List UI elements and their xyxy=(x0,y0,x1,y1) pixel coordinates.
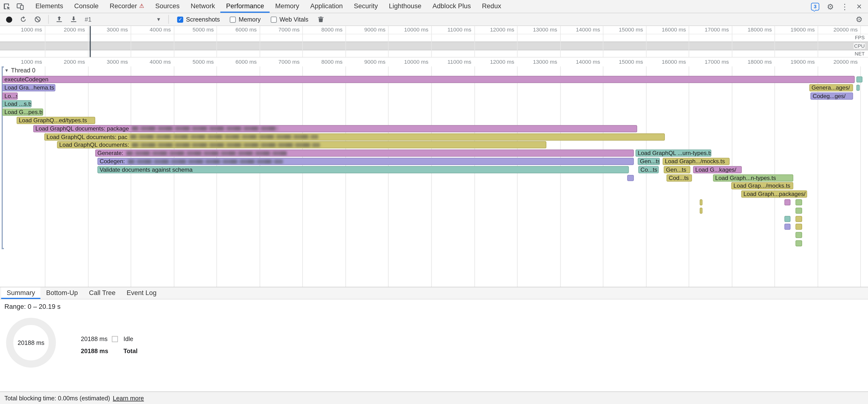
overview-playhead[interactable] xyxy=(90,26,91,57)
flame-event-codeg-ges[interactable]: Codeg...ges/ xyxy=(810,92,853,99)
overview-tick-label: 15000 ms xyxy=(610,27,643,33)
overview-tick-label: 6000 ms xyxy=(223,27,257,33)
flame-event-load-graph-mocks-ts[interactable]: Load Graph.../mocks.ts xyxy=(662,158,730,165)
cpu-lane-label: CPU xyxy=(854,43,865,49)
learn-more-link[interactable]: Learn more xyxy=(113,395,144,401)
flame-event-gen-ts[interactable]: Gen...ts xyxy=(664,166,690,173)
reload-and-record-button[interactable] xyxy=(17,13,30,26)
flame-event-load-g-pes-ts[interactable]: Load G...pes.ts xyxy=(2,108,43,116)
summary-legend: 20188 ms Idle 20188 ms Total xyxy=(81,333,137,357)
load-profile-icon[interactable] xyxy=(53,13,66,26)
detail-tab-bottom-up[interactable]: Bottom-Up xyxy=(41,287,84,299)
flame-event-genera-ages[interactable]: Genera...ages/ xyxy=(809,84,853,91)
thread-header[interactable]: ▼ Thread 0 xyxy=(4,67,35,74)
screenshots-checkbox[interactable]: Screenshots xyxy=(177,16,220,23)
tab-lighthouse[interactable]: Lighthouse xyxy=(383,0,427,13)
flame-event-validate-documents-against-schema[interactable]: Validate documents against schema xyxy=(97,166,629,173)
flame-event-load-graphq-ed-types-ts[interactable]: Load GraphQ...ed/types.ts xyxy=(17,117,95,124)
tab-elements[interactable]: Elements xyxy=(30,0,68,13)
flame-event-event[interactable] xyxy=(796,216,802,222)
flame-event-load-gra-hema-ts[interactable]: Load Gra...hema.ts xyxy=(2,84,55,91)
redacted-text xyxy=(132,143,320,147)
flame-event-load-graphql-documents-package[interactable]: Load GraphQL documents: package xyxy=(33,125,637,132)
flame-event-event[interactable] xyxy=(700,208,702,214)
tab-performance[interactable]: Performance xyxy=(221,0,270,13)
flame-event-event[interactable] xyxy=(700,199,702,206)
collapse-triangle-icon: ▼ xyxy=(4,68,9,73)
detail-tab-call-tree[interactable]: Call Tree xyxy=(83,287,121,299)
flame-event-gen-ts[interactable]: Gen...ts xyxy=(638,158,660,165)
donut-total-label: 20188 ms xyxy=(18,339,44,346)
more-options-icon[interactable]: ⋮ xyxy=(838,0,851,13)
flame-event-event[interactable] xyxy=(857,85,860,91)
flame-event-load-graph-packages[interactable]: Load Graph...packages/ xyxy=(741,191,807,198)
flame-chart-canvas[interactable]: ▼ Thread 0 executeCodegenLoad Gra...hema… xyxy=(0,66,868,287)
tab-label: Application xyxy=(310,2,343,10)
flame-event-load-s-ts[interactable]: Load ...s.ts xyxy=(2,100,31,108)
timeline-overview[interactable]: 1000 ms2000 ms3000 ms4000 ms5000 ms6000 … xyxy=(0,26,868,57)
flame-event-event[interactable] xyxy=(796,208,802,214)
flame-event-event[interactable] xyxy=(784,216,790,222)
flame-event-event[interactable] xyxy=(796,232,802,238)
record-button[interactable] xyxy=(2,13,16,26)
tab-console[interactable]: Console xyxy=(68,0,104,13)
close-icon[interactable]: × xyxy=(852,0,866,13)
garbage-collect-icon[interactable] xyxy=(314,13,327,26)
tab-application[interactable]: Application xyxy=(305,0,348,13)
checkbox-box xyxy=(271,16,277,22)
inspect-element-icon[interactable] xyxy=(0,0,13,13)
tab-security[interactable]: Security xyxy=(348,0,383,13)
flame-tick-label: 5000 ms xyxy=(181,59,214,65)
flame-event-load-grap-mocks-ts[interactable]: Load Grap.../mocks.ts xyxy=(731,182,793,190)
flame-event-co-ts[interactable]: Co...ts xyxy=(638,166,659,173)
thread-label: Thread 0 xyxy=(11,67,36,74)
flame-event-event[interactable] xyxy=(796,224,802,230)
flame-event-cod-ts[interactable]: Cod...ts xyxy=(666,174,692,181)
tab-adblock-plus[interactable]: Adblock Plus xyxy=(427,0,476,13)
flame-tick-label: 6000 ms xyxy=(223,59,257,65)
flame-chart[interactable]: 1000 ms2000 ms3000 ms4000 ms5000 ms6000 … xyxy=(0,58,868,287)
flame-event-event[interactable] xyxy=(784,199,790,206)
tab-memory[interactable]: Memory xyxy=(270,0,305,13)
flame-tick-label: 10000 ms xyxy=(395,59,428,65)
detail-tab-label: Event Log xyxy=(127,289,157,297)
flame-event-load-graphql-documents[interactable]: Load GraphQL documents: xyxy=(57,142,547,149)
detail-tab-event-log[interactable]: Event Log xyxy=(121,287,162,299)
tab-sources[interactable]: Sources xyxy=(150,0,185,13)
event-label: Validate documents against schema xyxy=(99,167,192,173)
flame-event-event[interactable] xyxy=(784,224,790,230)
history-select[interactable]: #1 ▼ xyxy=(82,14,164,25)
flame-event-event[interactable] xyxy=(796,240,802,246)
toolbar-right-actions: 3 ⚙ ⋮ × xyxy=(811,0,868,13)
flame-event-executecodegen[interactable]: executeCodegen xyxy=(2,76,855,83)
overview-gridline xyxy=(303,26,303,57)
web-vitals-checkbox[interactable]: Web Vitals xyxy=(271,16,308,23)
event-label: Load GraphQL documents: pac xyxy=(46,134,127,140)
clear-recording-button[interactable] xyxy=(31,13,44,26)
detail-tab-summary[interactable]: Summary xyxy=(1,287,41,299)
issues-counter[interactable]: 3 xyxy=(811,2,823,10)
flame-event-load-graphql-documents-pac[interactable]: Load GraphQL documents: pac xyxy=(44,133,665,141)
checkbox-label: Web Vitals xyxy=(279,16,308,23)
flame-event-generate[interactable]: Generate: xyxy=(95,150,634,157)
save-profile-icon[interactable] xyxy=(67,13,81,26)
flame-event-event[interactable] xyxy=(796,199,802,206)
flame-event-load-g-kages[interactable]: Load G...kages/ xyxy=(693,166,742,173)
memory-checkbox[interactable]: Memory xyxy=(230,16,260,23)
tab-label: Lighthouse xyxy=(389,2,422,10)
device-toolbar-icon[interactable] xyxy=(13,0,27,13)
flame-event-lo-s[interactable]: Lo...s xyxy=(2,92,18,99)
performance-toolbar: #1 ▼ Screenshots Memory Web Vitals ⚙ xyxy=(0,13,868,26)
event-label: Lo...s xyxy=(4,93,18,99)
settings-gear-icon[interactable]: ⚙ xyxy=(824,0,837,13)
tab-recorder[interactable]: Recorder⚠ xyxy=(104,0,150,13)
capture-settings-gear-icon[interactable]: ⚙ xyxy=(852,13,866,26)
flame-event-event[interactable] xyxy=(627,175,634,181)
event-label: Cod...ts xyxy=(669,175,689,181)
flame-event-load-graphql-urn-types-ts[interactable]: Load GraphQL ...urn-types.ts xyxy=(636,150,711,157)
flame-event-load-graph-n-types-ts[interactable]: Load Graph...n-types.ts xyxy=(713,174,793,181)
tab-network[interactable]: Network xyxy=(185,0,220,13)
tab-redux[interactable]: Redux xyxy=(476,0,507,13)
flame-event-codegen[interactable]: Codegen: xyxy=(97,158,634,165)
flame-event-event[interactable] xyxy=(857,76,862,82)
